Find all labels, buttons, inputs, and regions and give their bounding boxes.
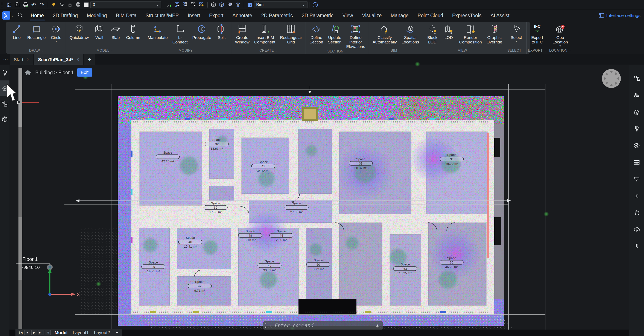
svg-text:40: 40 — [188, 240, 192, 244]
right-rail-render-icon[interactable] — [630, 120, 644, 137]
point-cloud-floorplan: Space42.25 m²Space3213.61 m²Space4136.12… — [80, 96, 513, 334]
svg-text:32: 32 — [215, 142, 219, 146]
svg-text:Space: Space — [265, 259, 274, 263]
svg-text:36.12 m²: 36.12 m² — [257, 169, 270, 173]
command-line-grip[interactable] — [266, 323, 267, 328]
svg-text:Space: Space — [277, 229, 286, 233]
svg-text:Space: Space — [356, 157, 366, 161]
svg-text:48: 48 — [248, 234, 252, 237]
floor-elevation: -9846.10 — [20, 265, 50, 270]
right-rail-attachments-icon[interactable] — [630, 238, 644, 255]
svg-text:Space: Space — [401, 262, 410, 266]
first-layout-button[interactable]: ❘◀ — [18, 330, 23, 335]
left-rail-lightbulb-icon[interactable] — [0, 65, 10, 80]
svg-text:Space: Space — [259, 160, 268, 164]
right-panel-rail — [629, 65, 644, 336]
svg-text:41: 41 — [262, 164, 265, 168]
svg-text:17.60 m²: 17.60 m² — [209, 210, 222, 214]
breadcrumb: Building > Floor 1 Exit — [24, 68, 92, 77]
ucs-x-label: X — [76, 291, 80, 298]
breadcrumb-path: Building > Floor 1 — [35, 70, 74, 76]
svg-text:46.20 m²: 46.20 m² — [445, 265, 458, 269]
svg-text:Space: Space — [246, 229, 255, 233]
right-rail-adjust-icon[interactable] — [630, 87, 644, 104]
svg-text:Space: Space — [314, 258, 323, 262]
svg-text:44: 44 — [280, 234, 283, 237]
svg-text:Space: Space — [186, 236, 195, 239]
right-rail-favorites-icon[interactable] — [630, 204, 644, 221]
svg-text:Space: Space — [212, 138, 222, 141]
svg-text:13.61 m²: 13.61 m² — [210, 147, 223, 150]
svg-text:2.35 m²: 2.35 m² — [276, 238, 287, 242]
home-icon[interactable] — [24, 69, 32, 76]
section-plane-line — [22, 102, 39, 103]
svg-text:60.37 m²: 60.37 m² — [354, 166, 367, 170]
svg-text:42: 42 — [198, 284, 202, 288]
svg-text:10.25 m²: 10.25 m² — [399, 271, 412, 275]
svg-text:Space: Space — [149, 260, 158, 264]
right-rail-layers-icon[interactable] — [630, 104, 644, 120]
panel-splitter[interactable] — [18, 68, 22, 329]
svg-text:Space: Space — [163, 150, 172, 154]
svg-text:34: 34 — [450, 157, 454, 161]
drawing-canvas[interactable]: Space42.25 m²Space3213.61 m²Space4136.12… — [0, 0, 644, 336]
next-layout-button[interactable]: ▶ — [31, 330, 37, 335]
svg-text:33.32 m²: 33.32 m² — [263, 268, 276, 272]
application-window: Space42.25 m²Space3213.61 m²Space4136.12… — [0, 0, 644, 336]
exit-button[interactable]: Exit — [77, 68, 92, 77]
svg-text:36: 36 — [450, 260, 454, 264]
svg-text:53: 53 — [404, 267, 407, 270]
command-input-placeholder: Enter command — [275, 323, 314, 328]
right-rail-propagate-icon[interactable] — [630, 137, 644, 154]
svg-text:50: 50 — [316, 263, 320, 266]
svg-text:42.25 m²: 42.25 m² — [161, 159, 174, 163]
floor-name: Floor 1 — [20, 256, 50, 262]
svg-text:3.13 m²: 3.13 m² — [245, 238, 256, 242]
svg-text:Space: Space — [447, 153, 456, 156]
right-rail-materials-icon[interactable] — [630, 171, 644, 188]
svg-text:33: 33 — [359, 161, 363, 165]
right-rail-cloudupload-icon[interactable] — [630, 221, 644, 238]
svg-text:10.41 m²: 10.41 m² — [184, 245, 196, 248]
floor-indicator: Floor 1 -9846.10 — [20, 256, 50, 270]
left-panel-rail — [0, 65, 10, 336]
command-history-toggle[interactable]: ▲ — [376, 323, 379, 327]
prev-layout-button[interactable]: ◀ — [24, 330, 30, 335]
svg-text:27.65 m²: 27.65 m² — [290, 210, 303, 214]
mouse-cursor — [6, 83, 18, 103]
svg-text:Space: Space — [195, 280, 204, 283]
right-rail-structure-icon[interactable] — [630, 70, 644, 87]
svg-text:19.71 m²: 19.71 m² — [147, 269, 160, 273]
svg-text:8.72 m²: 8.72 m² — [313, 267, 324, 271]
command-line[interactable]: : Enter command ▲ — [263, 321, 383, 329]
right-rail-profiles-icon[interactable] — [630, 188, 644, 204]
layout-tab-bar: ❘◀ ◀ ▶ ▶❘ ▤ ModelLayout1Layout2 + — [16, 329, 122, 336]
svg-text:39: 39 — [214, 206, 218, 209]
right-rail-pointcloud-icon[interactable] — [630, 154, 644, 171]
ucs-axis-icon: X — [47, 264, 80, 298]
svg-text:Space: Space — [447, 256, 456, 260]
navigation-wheel[interactable] — [602, 69, 621, 88]
last-layout-button[interactable]: ▶❘ — [38, 330, 44, 335]
layout-list-button[interactable]: ▤ — [45, 330, 51, 335]
svg-text:45.70 m²: 45.70 m² — [445, 162, 458, 165]
left-rail-component-box-icon[interactable] — [0, 111, 10, 127]
layout-tab-model[interactable]: Model — [52, 330, 70, 335]
layout-tab-layout2[interactable]: Layout2 — [91, 330, 112, 335]
svg-text:29: 29 — [152, 265, 155, 268]
svg-text:9.71 m²: 9.71 m² — [194, 289, 205, 292]
add-layout-button[interactable]: + — [114, 330, 120, 335]
svg-text:49: 49 — [268, 264, 272, 267]
layout-tab-layout1[interactable]: Layout1 — [70, 330, 92, 335]
